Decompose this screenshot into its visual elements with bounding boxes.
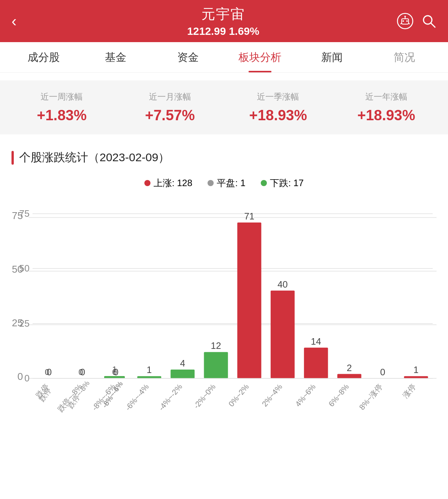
y-tick-25: 25: [19, 318, 29, 329]
legend-flat: 平盘: 1: [208, 177, 245, 189]
page-title: 元宇宙: [50, 5, 397, 24]
bar-val-4: 4: [180, 358, 185, 368]
stat-week: 近一周涨幅 +1.83%: [8, 91, 116, 124]
bar-val-1: 0: [80, 367, 85, 377]
bar-val-10: 0: [380, 367, 385, 377]
legend-down: 下跌: 17: [261, 177, 304, 189]
header-subtitle: 1212.99 1.69%: [50, 25, 397, 38]
stat-month-label: 近一月涨幅: [116, 91, 224, 103]
header-right: [397, 13, 437, 29]
legend-flat-label: 平盘: 1: [217, 177, 245, 189]
section-title-bar: [11, 151, 14, 165]
bar-val-0: 0: [47, 367, 52, 377]
tab-constituents[interactable]: 成分股: [8, 42, 80, 72]
stat-quarter-label: 近一季涨幅: [224, 91, 332, 103]
section-title-text: 个股涨跌统计（2023-02-09）: [19, 150, 170, 165]
svg-line-9: [431, 23, 435, 27]
stat-quarter-value: +18.93%: [224, 107, 332, 124]
chart-container: 75 50 25 0 0 跌停 0 跌停~-8% 0 -8%~-6% 1 -6%…: [0, 201, 448, 440]
stat-quarter: 近一季涨幅 +18.93%: [224, 91, 332, 124]
svg-point-3: [406, 20, 408, 22]
tab-sector-analysis[interactable]: 板块分析: [224, 42, 296, 72]
nav-tabs: 成分股 基金 资金 板块分析 新闻 简况: [0, 42, 448, 73]
stat-year: 近一年涨幅 +18.93%: [332, 91, 441, 124]
back-button[interactable]: ‹: [11, 13, 16, 30]
bar-val-11: 1: [414, 365, 419, 375]
robot-icon[interactable]: [397, 13, 414, 29]
stats-row: 近一周涨幅 +1.83% 近一月涨幅 +7.57% 近一季涨幅 +18.93% …: [0, 80, 448, 134]
y-label-0: 0: [18, 371, 23, 382]
bar-val-2: 0: [113, 367, 118, 377]
tab-news[interactable]: 新闻: [296, 42, 368, 72]
bar-val-5: 12: [211, 340, 221, 351]
tab-capital[interactable]: 资金: [152, 42, 224, 72]
header-center: 元宇宙 1212.99 1.69%: [50, 5, 397, 38]
stat-year-value: +18.93%: [332, 107, 441, 124]
stat-week-label: 近一周涨幅: [8, 91, 116, 103]
section-title: 个股涨跌统计（2023-02-09）: [0, 142, 448, 173]
y-tick-0: 0: [25, 373, 29, 383]
y-tick-50: 50: [19, 263, 29, 273]
bar-4: [171, 370, 195, 378]
bar-7: [271, 291, 295, 378]
svg-point-5: [404, 16, 406, 17]
bar-6: [237, 223, 262, 378]
stat-year-label: 近一年涨幅: [332, 91, 441, 103]
legend-up: 上涨: 128: [144, 177, 192, 189]
bar-val-7: 40: [278, 279, 288, 290]
bar-8: [304, 348, 328, 378]
stat-month: 近一月涨幅 +7.57%: [116, 91, 224, 124]
tab-overview[interactable]: 简况: [368, 42, 440, 72]
header: ‹ 元宇宙 1212.99 1.69%: [0, 0, 448, 42]
bar-5: [204, 352, 228, 378]
bar-chart: 75 50 25 0 0 跌停 0 跌停~-8% 0 -8%~-6% 1 -6%…: [8, 201, 440, 415]
legend-down-dot: [261, 180, 267, 186]
legend-flat-dot: [208, 180, 214, 186]
legend-down-label: 下跌: 17: [270, 177, 304, 189]
tab-funds[interactable]: 基金: [80, 42, 152, 72]
bar-val-6: 71: [244, 211, 255, 221]
stat-week-value: +1.83%: [8, 107, 116, 124]
bar-11: [404, 376, 428, 378]
bar-val-8: 14: [311, 336, 321, 347]
svg-point-2: [402, 20, 404, 22]
bar-val-9: 2: [347, 363, 352, 373]
svg-line-7: [409, 23, 410, 24]
bar-val-3: 1: [147, 365, 152, 375]
bar-9: [337, 374, 361, 378]
legend-up-dot: [144, 180, 150, 186]
header-left: ‹: [11, 13, 50, 30]
legend-up-label: 上涨: 128: [154, 177, 192, 189]
stat-month-value: +7.57%: [116, 107, 224, 124]
svg-line-6: [401, 23, 402, 24]
chart-legend: 上涨: 128 平盘: 1 下跌: 17: [0, 177, 448, 189]
search-icon[interactable]: [421, 13, 437, 29]
bar-3: [137, 376, 161, 378]
y-tick-75: 75: [19, 208, 29, 219]
